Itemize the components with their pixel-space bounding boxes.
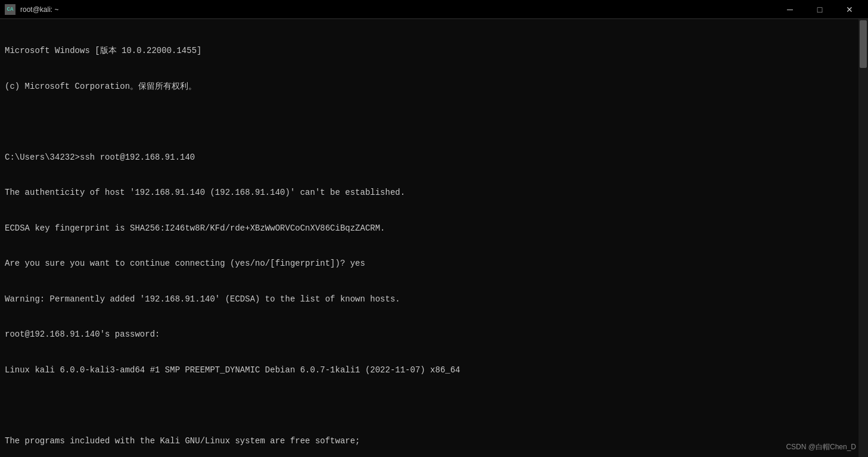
scrollbar-thumb[interactable] <box>860 20 867 68</box>
window-controls: ─ □ ✕ <box>776 1 863 18</box>
watermark: CSDN @白帽Chen_D <box>786 442 856 452</box>
line-warning: Warning: Permanently added '192.168.91.1… <box>5 293 863 305</box>
terminal-body[interactable]: Microsoft Windows [版本 10.0.22000.1455] (… <box>0 19 868 457</box>
line-ssh-cmd: C:\Users\34232>ssh root@192.168.91.140 <box>5 151 863 163</box>
terminal-icon: CA <box>5 4 15 15</box>
terminal-window: CA root@kali: ~ ─ □ ✕ Microsoft Windows … <box>0 0 868 457</box>
line-copyright: (c) Microsoft Corporation。保留所有权利。 <box>5 80 863 92</box>
line-ecdsa: ECDSA key fingerprint is SHA256:I246tw8R… <box>5 222 863 234</box>
maximize-button[interactable]: □ <box>806 1 833 18</box>
scrollbar[interactable] <box>858 19 868 457</box>
line-blank1 <box>5 116 863 128</box>
line-auth: The authenticity of host '192.168.91.140… <box>5 186 863 198</box>
title-bar-left: CA root@kali: ~ <box>5 4 59 15</box>
line-win-version: Microsoft Windows [版本 10.0.22000.1455] <box>5 45 863 57</box>
line-continue: Are you sure you want to continue connec… <box>5 257 863 269</box>
line-blank2 <box>5 399 863 411</box>
minimize-button[interactable]: ─ <box>776 1 804 18</box>
title-bar: CA root@kali: ~ ─ □ ✕ <box>0 0 868 19</box>
line-linux: Linux kali 6.0.0-kali3-amd64 #1 SMP PREE… <box>5 364 863 376</box>
line-password: root@192.168.91.140's password: <box>5 328 863 340</box>
line-programs: The programs included with the Kali GNU/… <box>5 435 863 447</box>
window-title: root@kali: ~ <box>20 5 59 14</box>
close-button[interactable]: ✕ <box>836 1 863 18</box>
terminal-content: Microsoft Windows [版本 10.0.22000.1455] (… <box>5 21 863 457</box>
